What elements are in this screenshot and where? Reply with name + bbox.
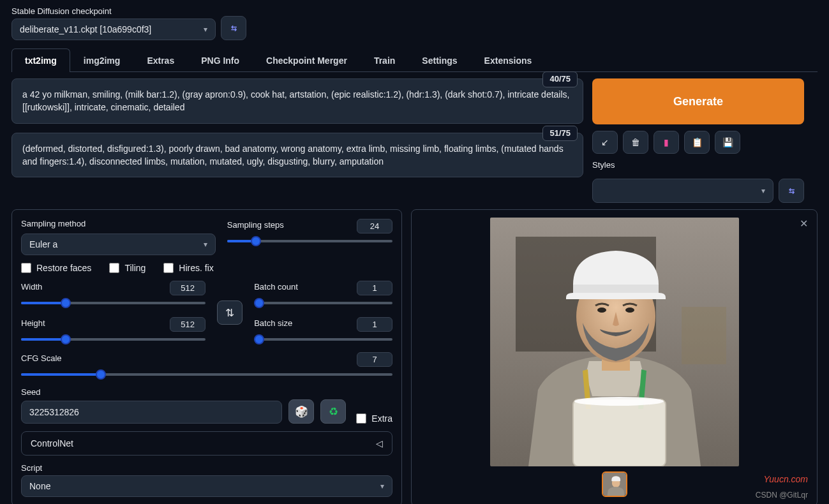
reload-icon: ⇆ [231,24,236,33]
chevron-down-icon: ▾ [204,240,207,249]
width-slider[interactable] [21,298,205,308]
sampling-method-select[interactable]: Euler a ▾ [21,233,216,255]
save-icon: 💾 [722,137,733,147]
tab-settings[interactable]: Settings [408,48,470,72]
sampling-method-value: Euler a [29,239,57,249]
generate-button[interactable]: Generate [592,78,804,124]
card-icon: ▮ [664,137,669,147]
chevron-down-icon: ▾ [761,186,765,195]
tab-txt2img[interactable]: txt2img [11,48,70,72]
styles-select[interactable]: ▾ [592,179,773,203]
trash-button[interactable]: 🗑 [623,131,648,154]
neg-prompt-text: (deformed, distorted, disfigured:1.3), p… [22,144,564,167]
watermark-site: Yuucn.com [763,474,808,484]
svg-rect-7 [573,399,666,466]
batch-size-slider[interactable] [254,334,392,345]
styles-label: Styles [592,160,804,170]
script-value: None [29,481,50,491]
width-value[interactable]: 512 [170,281,205,295]
tab-checkpoint-merger[interactable]: Checkpoint Merger [253,48,361,72]
tab-img2img[interactable]: img2img [70,48,134,72]
width-label: Width [21,282,42,292]
swap-dims-button[interactable]: ⇅ [217,300,243,325]
chevron-down-icon: ▾ [204,25,207,34]
svg-point-5 [597,308,606,313]
output-image[interactable] [490,218,739,466]
hires-fix-check[interactable]: Hires. fix [163,263,213,273]
random-seed-button[interactable]: 🎲 [288,399,314,424]
watermark-author: CSDN @GitLqr [756,491,808,500]
batch-count-value[interactable]: 1 [357,281,392,295]
output-thumbnail[interactable] [602,471,627,497]
negative-prompt-input[interactable]: 51/75 (deformed, distorted, disfigured:1… [11,133,583,178]
batch-count-slider[interactable] [254,298,392,308]
arrow-icon: ↙ [601,137,609,147]
checkpoint-value: deliberate_v11.ckpt [10a699c0f3] [20,24,151,34]
cfg-value[interactable]: 7 [357,352,392,367]
svg-point-6 [625,308,634,313]
save-button[interactable]: 💾 [715,131,740,154]
sampling-steps-slider[interactable] [227,236,392,246]
checkpoint-label: Stable Diffusion checkpoint [11,6,216,16]
close-button[interactable]: ✕ [800,218,808,230]
restore-faces-check[interactable]: Restore faces [21,263,91,273]
controlnet-label: ControlNet [31,438,73,448]
neg-prompt-token-count: 51/75 [542,126,578,142]
tab-pnginfo[interactable]: PNG Info [188,48,253,72]
trash-icon: 🗑 [631,137,640,147]
batch-size-label: Batch size [254,318,292,328]
seed-input[interactable] [21,401,282,424]
height-value[interactable]: 512 [170,317,205,332]
batch-size-value[interactable]: 1 [357,317,392,332]
batch-count-label: Batch count [254,282,298,292]
clipboard-icon: 📋 [692,137,703,147]
prompt-text: a 42 yo milkman, smiling, (milk bar:1.2)… [22,89,569,112]
controlnet-section[interactable]: ControlNet ◁ [21,431,392,456]
dice-icon: 🎲 [295,405,308,419]
expand-icon: ◁ [376,438,383,448]
tab-extras[interactable]: Extras [133,48,188,72]
read-last-params-button[interactable]: ↙ [592,131,618,154]
svg-point-9 [574,397,664,406]
prompt-input[interactable]: 40/75 a 42 yo milkman, smiling, (milk ba… [11,78,583,124]
apply-icon: ⇆ [789,187,795,195]
swap-icon: ⇅ [225,306,234,320]
tab-extensions[interactable]: Extensions [471,48,546,72]
script-label: Script [21,463,392,473]
sampling-method-label: Sampling method [21,219,216,228]
tiling-check[interactable]: Tiling [109,263,146,273]
main-tabs: txt2img img2img Extras PNG Info Checkpoi… [11,48,818,72]
prompt-token-count: 40/75 [542,71,578,87]
output-panel: ✕ [411,209,818,504]
svg-rect-2 [682,307,726,364]
clipboard-button[interactable]: 📋 [684,131,710,154]
reload-checkpoint-button[interactable]: ⇆ [221,16,246,40]
checkpoint-select[interactable]: deliberate_v11.ckpt [10a699c0f3] ▾ [11,19,216,40]
script-select[interactable]: None ▾ [21,475,392,497]
sampling-steps-label: Sampling steps [227,220,284,230]
height-slider[interactable] [21,334,205,345]
reuse-seed-button[interactable]: ♻ [320,399,346,424]
cfg-label: CFG Scale [21,353,62,363]
seed-label: Seed [21,387,392,397]
extra-seed-check[interactable]: Extra [356,413,392,424]
apply-style-button[interactable]: ⇆ [779,179,804,203]
recycle-icon: ♻ [329,405,338,419]
tab-train[interactable]: Train [361,48,408,72]
show-extra-networks-button[interactable]: ▮ [653,131,679,154]
height-label: Height [21,318,45,328]
sampling-steps-value[interactable]: 24 [357,219,392,233]
cfg-slider[interactable] [21,369,392,380]
close-icon: ✕ [800,218,808,229]
chevron-down-icon: ▾ [380,482,384,491]
